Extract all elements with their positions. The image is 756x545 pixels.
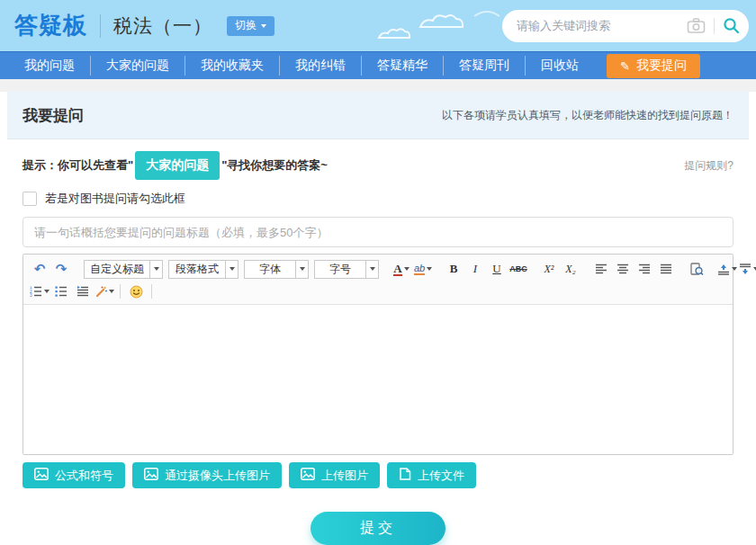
chevron-down-icon bbox=[404, 267, 410, 271]
paragraph-dropdown-label: 段落格式 bbox=[169, 261, 225, 278]
nav-item-qa-weekly[interactable]: 答疑周刊 bbox=[444, 56, 526, 76]
font-family-dropdown[interactable]: 字体 bbox=[244, 260, 309, 279]
chevron-down-icon bbox=[295, 261, 308, 278]
brand-area: 答疑板 税法（一） 切换 bbox=[14, 10, 274, 41]
auto-format-wand-button[interactable] bbox=[94, 282, 114, 300]
heading-dropdown-label: 自定义标题 bbox=[85, 261, 149, 278]
italic-button[interactable]: I bbox=[465, 260, 485, 278]
everyones-questions-button[interactable]: 大家的问题 bbox=[135, 151, 220, 180]
highlight-color-button[interactable]: ab bbox=[413, 260, 433, 278]
camera-icon[interactable] bbox=[687, 18, 706, 33]
ask-question-card: 我要提问 以下各项请学员认真填写，以便老师能快速的找到提问原题！ 提示：你可以先… bbox=[7, 92, 749, 545]
upload-file-label: 上传文件 bbox=[418, 468, 464, 484]
card-body: 提示：你可以先查看" 大家的问题 "寻找你想要的答案~ 提问规则? 若是对图书提… bbox=[7, 151, 749, 545]
toolbar-row-1: ↶ ↷ 自定义标题 段落格式 字体 bbox=[29, 257, 727, 281]
main-nav: 我的问题 大家的问题 我的收藏夹 我的纠错 答疑精华 答疑周刊 回收站 ✎ 我要… bbox=[0, 51, 756, 79]
nav-ask-question-button[interactable]: ✎ 我要提问 bbox=[607, 54, 700, 78]
page-title: 我要提问 bbox=[22, 105, 84, 126]
formula-symbols-label: 公式和符号 bbox=[55, 468, 113, 484]
nav-item-my-questions[interactable]: 我的问题 bbox=[9, 56, 91, 76]
search-icon[interactable] bbox=[723, 17, 740, 34]
align-right-icon[interactable] bbox=[634, 260, 654, 278]
nav-item-my-favorites[interactable]: 我的收藏夹 bbox=[185, 56, 280, 76]
switch-course-button[interactable]: 切换 bbox=[227, 16, 274, 36]
fill-instruction-note: 以下各项请学员认真填写，以便老师能快速的找到提问原题！ bbox=[442, 108, 734, 123]
bold-button[interactable]: B bbox=[444, 260, 464, 278]
heading-dropdown[interactable]: 自定义标题 bbox=[84, 260, 163, 279]
card-header: 我要提问 以下各项请学员认真填写，以便老师能快速的找到提问原题！ bbox=[7, 92, 749, 139]
formula-symbols-button[interactable]: 公式和符号 bbox=[22, 462, 125, 488]
align-center-icon[interactable] bbox=[613, 260, 633, 278]
toolbar-separator bbox=[120, 284, 121, 299]
paragraph-space-before-button[interactable] bbox=[717, 260, 737, 278]
image-icon bbox=[301, 468, 315, 483]
app-logo[interactable]: 答疑板 bbox=[14, 10, 87, 41]
image-icon bbox=[34, 468, 49, 483]
pencil-icon: ✎ bbox=[620, 59, 630, 73]
nav-item-qa-highlights[interactable]: 答疑精华 bbox=[362, 56, 444, 76]
search-input[interactable] bbox=[517, 19, 679, 32]
upload-file-button[interactable]: 上传文件 bbox=[387, 462, 476, 488]
chevron-down-icon bbox=[44, 290, 50, 293]
upload-image-button[interactable]: 上传图片 bbox=[289, 462, 380, 488]
upload-image-label: 上传图片 bbox=[321, 468, 368, 484]
search-divider bbox=[714, 18, 715, 34]
book-question-checkbox[interactable] bbox=[22, 192, 37, 206]
submit-row: 提交 bbox=[22, 512, 734, 545]
chevron-down-icon bbox=[109, 290, 114, 293]
course-title: 税法（一） bbox=[113, 13, 212, 39]
ask-question-label: 我要提问 bbox=[636, 58, 687, 74]
paragraph-space-after-button[interactable] bbox=[739, 260, 756, 278]
toolbar-separator bbox=[151, 284, 152, 299]
size-dropdown-label: 字号 bbox=[315, 261, 365, 278]
chevron-down-icon bbox=[732, 267, 737, 271]
search-replace-icon[interactable] bbox=[687, 260, 706, 278]
strikethrough-button[interactable]: ABC bbox=[508, 260, 528, 278]
subscript-button[interactable]: X₂ bbox=[561, 260, 580, 278]
search-box bbox=[502, 10, 749, 42]
superscript-button[interactable]: X² bbox=[539, 260, 559, 278]
align-left-icon[interactable] bbox=[591, 260, 611, 278]
nav-item-my-corrections[interactable]: 我的纠错 bbox=[280, 56, 362, 76]
chevron-down-icon bbox=[365, 261, 378, 278]
ordered-list-button[interactable]: 123 bbox=[30, 282, 50, 300]
tip-row: 提示：你可以先查看" 大家的问题 "寻找你想要的答案~ 提问规则? bbox=[22, 151, 734, 180]
emoji-button[interactable] bbox=[126, 282, 146, 300]
font-color-button[interactable]: A bbox=[392, 260, 411, 278]
tip-suffix: "寻找你想要的答案~ bbox=[221, 157, 328, 174]
upload-button-row: 公式和符号 通过摄像头上传图片 上传图片 上传文件 bbox=[22, 462, 734, 488]
image-icon bbox=[144, 468, 158, 483]
file-icon bbox=[399, 468, 411, 483]
nav-item-recycle-bin[interactable]: 回收站 bbox=[526, 56, 594, 76]
cloud-decoration bbox=[374, 4, 518, 49]
chevron-down-icon bbox=[427, 267, 432, 271]
align-justify-icon[interactable] bbox=[656, 260, 676, 278]
page-gap bbox=[0, 79, 756, 92]
rich-text-editor: ↶ ↷ 自定义标题 段落格式 字体 bbox=[22, 254, 734, 455]
question-title-input[interactable] bbox=[22, 217, 734, 247]
tip-prefix: 提示：你可以先查看" bbox=[22, 157, 133, 174]
chevron-down-icon bbox=[149, 261, 162, 278]
editor-content-area[interactable] bbox=[23, 305, 733, 454]
font-size-dropdown[interactable]: 字号 bbox=[314, 260, 379, 279]
font-color-glyph: A bbox=[393, 263, 401, 276]
top-header: 答疑板 税法（一） 切换 bbox=[0, 0, 756, 51]
switch-course-label: 切换 bbox=[235, 18, 256, 33]
book-checkbox-label: 若是对图书提问请勾选此框 bbox=[45, 191, 185, 207]
chevron-down-icon bbox=[261, 24, 266, 28]
webcam-upload-button[interactable]: 通过摄像头上传图片 bbox=[132, 462, 282, 488]
book-checkbox-row: 若是对图书提问请勾选此框 bbox=[22, 191, 734, 207]
paragraph-format-dropdown[interactable]: 段落格式 bbox=[168, 260, 238, 279]
chevron-down-icon bbox=[225, 261, 238, 278]
question-rules-link[interactable]: 提问规则? bbox=[684, 158, 734, 174]
brand-divider bbox=[100, 14, 101, 38]
svg-text:3: 3 bbox=[30, 293, 32, 297]
unordered-list-button[interactable] bbox=[51, 282, 71, 300]
redo-button[interactable]: ↷ bbox=[51, 260, 71, 278]
nav-item-everyones-questions[interactable]: 大家的问题 bbox=[91, 56, 185, 76]
undo-button[interactable]: ↶ bbox=[30, 260, 50, 278]
toolbar-row-2: 123 bbox=[29, 281, 727, 302]
indent-icon[interactable] bbox=[73, 282, 93, 300]
submit-button[interactable]: 提交 bbox=[310, 512, 446, 545]
underline-button[interactable]: U bbox=[487, 260, 507, 278]
